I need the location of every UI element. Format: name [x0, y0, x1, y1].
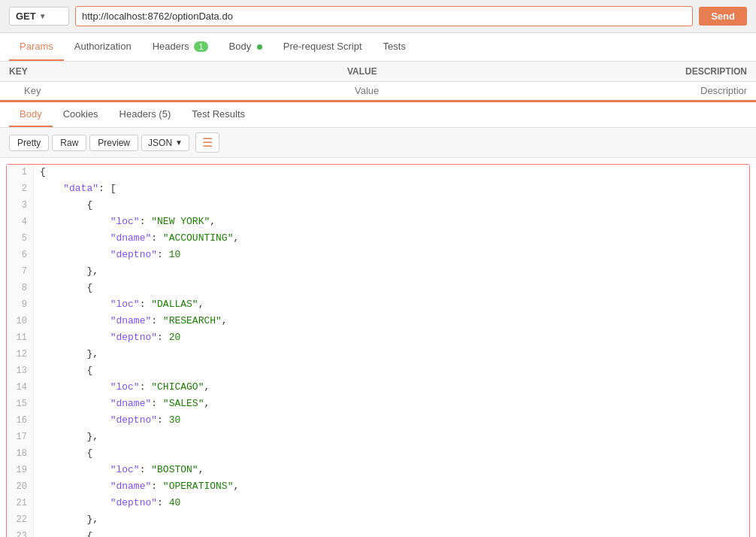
format-chevron-icon: ▼: [175, 138, 183, 147]
json-line: 1{: [7, 165, 749, 181]
url-input[interactable]: [75, 6, 693, 26]
response-area: Body Cookies Headers (5) Test Results Pr…: [0, 100, 756, 537]
json-viewer[interactable]: 1{2 "data": [3 {4 "loc": "NEW YORK",5 "d…: [0, 158, 756, 537]
line-code: "deptno": 10: [34, 247, 180, 264]
col-value-header: VALUE: [347, 66, 685, 77]
json-line: 13 {: [7, 363, 749, 380]
tab-body[interactable]: Body: [219, 33, 273, 61]
json-line: 4 "loc": "NEW YORK",: [7, 214, 749, 231]
line-number: 16: [7, 413, 34, 429]
json-line: 7 },: [7, 264, 749, 281]
json-line: 5 "dname": "ACCOUNTING",: [7, 231, 749, 247]
tab-tests[interactable]: Tests: [373, 33, 416, 61]
method-select[interactable]: GET ▼: [9, 7, 69, 26]
line-code: {: [34, 363, 92, 380]
line-code: },: [34, 429, 98, 446]
line-code: {: [34, 165, 46, 181]
line-number: 13: [7, 363, 34, 380]
json-line: 18 {: [7, 446, 749, 463]
json-line: 3 {: [7, 198, 749, 214]
key-input[interactable]: [24, 85, 355, 96]
line-number: 5: [7, 231, 34, 247]
line-number: 9: [7, 297, 34, 314]
line-number: 8: [7, 281, 34, 297]
json-line: 9 "loc": "DALLAS",: [7, 297, 749, 314]
tab-prerequest[interactable]: Pre-request Script: [273, 33, 373, 61]
line-code: "data": [: [34, 181, 116, 198]
json-line: 14 "loc": "CHICAGO",: [7, 380, 749, 396]
row-desc-cell: [700, 85, 747, 96]
json-line: 17 },: [7, 429, 749, 446]
send-button[interactable]: Send: [699, 7, 747, 26]
json-content: 1{2 "data": [3 {4 "loc": "NEW YORK",5 "d…: [6, 164, 750, 537]
wrap-button[interactable]: ☰: [195, 132, 219, 153]
body-dot-icon: [257, 44, 262, 50]
line-code: "dname": "ACCOUNTING",: [34, 231, 239, 247]
json-line: 6 "deptno": 10: [7, 247, 749, 264]
json-line: 2 "data": [: [7, 181, 749, 198]
line-code: {: [34, 281, 92, 297]
line-number: 18: [7, 446, 34, 463]
url-bar: GET ▼ Send: [0, 0, 756, 33]
json-line: 12 },: [7, 347, 749, 363]
json-line: 16 "deptno": 30: [7, 413, 749, 429]
line-code: "dname": "OPERATIONS",: [34, 479, 239, 496]
line-number: 14: [7, 380, 34, 396]
line-code: "deptno": 40: [34, 496, 180, 512]
tab-params[interactable]: Params: [9, 33, 64, 61]
line-code: "deptno": 20: [34, 330, 180, 347]
tab-cookies[interactable]: Cookies: [53, 102, 109, 127]
line-number: 6: [7, 247, 34, 264]
format-label: JSON: [148, 138, 172, 148]
app-container: GET ▼ Send Params Authorization Headers …: [0, 0, 756, 537]
line-code: {: [34, 529, 92, 537]
line-number: 15: [7, 396, 34, 413]
params-row: [0, 82, 756, 100]
line-code: },: [34, 347, 98, 363]
headers-badge: 1: [194, 41, 207, 52]
json-line: 22 },: [7, 512, 749, 529]
tab-authorization[interactable]: Authorization: [64, 33, 142, 61]
line-code: {: [34, 446, 92, 463]
preview-button[interactable]: Preview: [89, 135, 138, 151]
line-number: 20: [7, 479, 34, 496]
line-code: "loc": "CHICAGO",: [34, 380, 210, 396]
col-key-header: KEY: [9, 66, 347, 77]
line-number: 19: [7, 463, 34, 479]
line-code: "loc": "BOSTON",: [34, 463, 204, 479]
raw-button[interactable]: Raw: [52, 135, 86, 151]
request-tabs: Params Authorization Headers 1 Body Pre-…: [0, 33, 756, 62]
line-number: 4: [7, 214, 34, 231]
json-line: 23 {: [7, 529, 749, 537]
line-code: },: [34, 264, 98, 281]
format-bar: Pretty Raw Preview JSON ▼ ☰: [0, 128, 756, 158]
tab-body-response[interactable]: Body: [9, 102, 53, 127]
line-number: 3: [7, 198, 34, 214]
tab-headers[interactable]: Headers 1: [142, 33, 219, 61]
row-key-cell: [24, 85, 355, 96]
tab-test-results[interactable]: Test Results: [181, 102, 256, 127]
line-code: "loc": "DALLAS",: [34, 297, 204, 314]
pretty-button[interactable]: Pretty: [9, 135, 49, 151]
desc-input[interactable]: [700, 85, 747, 96]
format-select[interactable]: JSON ▼: [141, 135, 189, 151]
line-code: "deptno": 30: [34, 413, 180, 429]
json-line: 15 "dname": "SALES",: [7, 396, 749, 413]
line-code: {: [34, 198, 92, 214]
json-line: 21 "deptno": 40: [7, 496, 749, 512]
line-number: 23: [7, 529, 34, 537]
response-tabs: Body Cookies Headers (5) Test Results: [0, 100, 756, 128]
line-number: 7: [7, 264, 34, 281]
line-number: 21: [7, 496, 34, 512]
line-code: },: [34, 512, 98, 529]
line-number: 2: [7, 181, 34, 198]
line-number: 1: [7, 165, 34, 181]
col-desc-header: DESCRIPTION: [685, 66, 747, 77]
params-table: KEY VALUE DESCRIPTION: [0, 62, 756, 100]
line-code: "dname": "SALES",: [34, 396, 210, 413]
json-line: 8 {: [7, 281, 749, 297]
value-input[interactable]: [355, 85, 700, 96]
tab-headers-response[interactable]: Headers (5): [109, 102, 182, 127]
json-line: 10 "dname": "RESEARCH",: [7, 314, 749, 330]
row-value-cell: [355, 85, 700, 96]
